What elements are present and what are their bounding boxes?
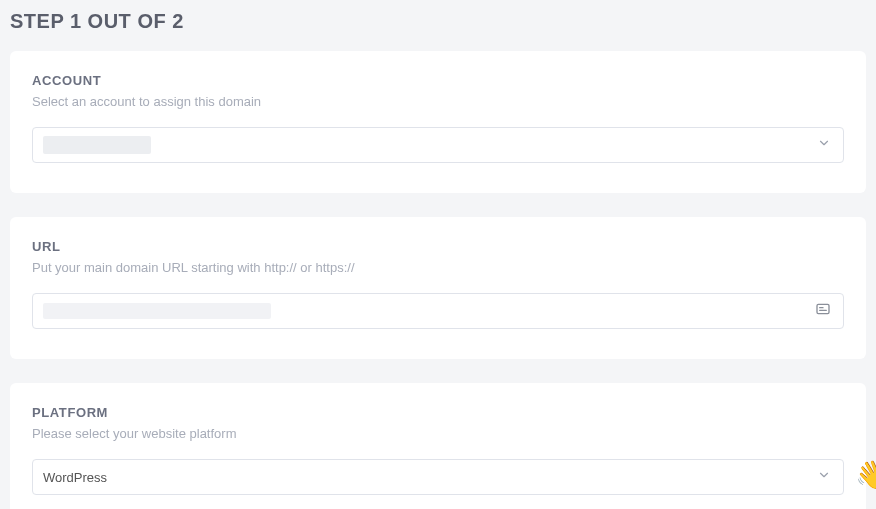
chat-widget-wave-icon[interactable]: 👋	[855, 458, 876, 491]
account-selected-value	[43, 136, 151, 154]
chevron-down-icon	[817, 136, 831, 154]
url-description: Put your main domain URL starting with h…	[32, 260, 844, 275]
url-input-value[interactable]	[43, 303, 271, 319]
platform-label: PLATFORM	[32, 405, 844, 420]
svg-rect-0	[817, 304, 829, 313]
platform-card: PLATFORM Please select your website plat…	[10, 383, 866, 509]
account-card: ACCOUNT Select an account to assign this…	[10, 51, 866, 193]
account-select[interactable]	[32, 127, 844, 163]
chevron-down-icon	[817, 468, 831, 486]
page-title: STEP 1 OUT OF 2	[0, 0, 876, 51]
platform-select[interactable]: WordPress	[32, 459, 844, 495]
platform-selected-value: WordPress	[43, 470, 809, 485]
platform-description: Please select your website platform	[32, 426, 844, 441]
url-card: URL Put your main domain URL starting wi…	[10, 217, 866, 359]
account-label: ACCOUNT	[32, 73, 844, 88]
url-label: URL	[32, 239, 844, 254]
url-input-wrapper	[32, 293, 844, 329]
account-description: Select an account to assign this domain	[32, 94, 844, 109]
form-autofill-icon[interactable]	[815, 301, 831, 321]
